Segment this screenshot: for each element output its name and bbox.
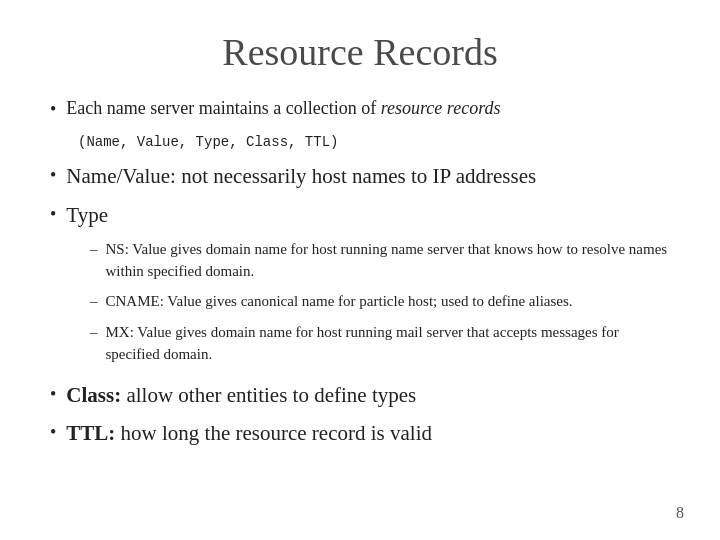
list-item: • Class: allow other entities to define … [50,381,670,409]
slide: Resource Records • Each name server main… [0,0,720,540]
bullet-text-1: Each name server maintains a collection … [66,96,500,121]
monospace-line: (Name, Value, Type, Class, TTL) [78,134,670,150]
bullet-text-class: Class: allow other entities to define ty… [66,381,416,409]
italic-text: resource records [381,98,501,118]
dash-icon: – [90,239,98,261]
bullet-icon: • [50,382,56,407]
class-bold: Class: [66,383,121,407]
list-item: – MX: Value gives domain name for host r… [90,322,670,366]
list-item: – CNAME: Value gives canonical name for … [90,291,670,313]
sub-bullet-text-ns: NS: Value gives domain name for host run… [106,239,671,283]
sub-bullet-text-cname: CNAME: Value gives canonical name for pa… [106,291,573,313]
page-number: 8 [676,504,684,522]
list-item: – NS: Value gives domain name for host r… [90,239,670,283]
dash-icon: – [90,291,98,313]
bullet-icon: • [50,202,56,227]
bullet-icon: • [50,420,56,445]
ttl-bold: TTL: [66,421,115,445]
list-item: • Name/Value: not necessarily host names… [50,162,670,190]
bullet-text-2: Name/Value: not necessarily host names t… [66,162,536,190]
sub-bullet-text-mx: MX: Value gives domain name for host run… [106,322,671,366]
slide-content: • Each name server maintains a collectio… [50,96,670,451]
bullet-text-3: Type [66,201,108,229]
list-item: • TTL: how long the resource record is v… [50,419,670,447]
dash-icon: – [90,322,98,344]
slide-title: Resource Records [50,30,670,74]
bullet-text-ttl: TTL: how long the resource record is val… [66,419,432,447]
bullet-icon: • [50,163,56,188]
list-item: • Each name server maintains a collectio… [50,96,670,122]
list-item: • Type [50,201,670,229]
bullet-icon: • [50,97,56,122]
